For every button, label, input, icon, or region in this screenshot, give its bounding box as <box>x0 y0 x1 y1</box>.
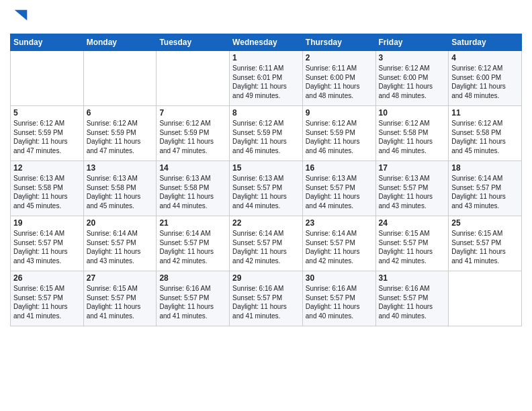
day-cell-7: 5Sunrise: 6:12 AM Sunset: 5:59 PM Daylig… <box>11 106 84 161</box>
day-cell-11: 9Sunrise: 6:12 AM Sunset: 5:59 PM Daylig… <box>302 106 375 161</box>
day-number: 23 <box>306 218 373 228</box>
day-info: Sunrise: 6:12 AM Sunset: 5:58 PM Dayligh… <box>451 119 519 155</box>
day-info: Sunrise: 6:12 AM Sunset: 5:59 PM Dayligh… <box>87 119 154 155</box>
day-number: 12 <box>13 163 81 173</box>
week-row-5: 26Sunrise: 6:15 AM Sunset: 5:57 PM Dayli… <box>11 271 522 326</box>
day-info: Sunrise: 6:13 AM Sunset: 5:57 PM Dayligh… <box>232 174 300 210</box>
day-cell-30: 28Sunrise: 6:16 AM Sunset: 5:57 PM Dayli… <box>157 271 230 326</box>
day-number: 9 <box>306 108 373 118</box>
day-cell-24: 22Sunrise: 6:14 AM Sunset: 5:57 PM Dayli… <box>230 216 303 271</box>
day-info: Sunrise: 6:11 AM Sunset: 6:00 PM Dayligh… <box>306 64 373 100</box>
day-number: 6 <box>87 108 154 118</box>
day-number: 16 <box>306 163 373 173</box>
day-info: Sunrise: 6:13 AM Sunset: 5:57 PM Dayligh… <box>379 174 446 210</box>
day-number: 18 <box>451 163 519 173</box>
day-number: 14 <box>159 163 226 173</box>
day-cell-29: 27Sunrise: 6:15 AM Sunset: 5:57 PM Dayli… <box>83 271 157 326</box>
day-number: 1 <box>232 53 300 62</box>
calendar-table: SundayMondayTuesdayWednesdayThursdayFrid… <box>10 34 522 326</box>
weekday-header-thursday: Thursday <box>302 34 375 51</box>
day-number: 21 <box>159 218 226 228</box>
day-number: 19 <box>13 218 81 228</box>
week-row-2: 5Sunrise: 6:12 AM Sunset: 5:59 PM Daylig… <box>11 106 522 161</box>
weekday-header-sunday: Sunday <box>11 34 84 51</box>
day-info: Sunrise: 6:12 AM Sunset: 5:59 PM Dayligh… <box>306 119 373 155</box>
day-info: Sunrise: 6:13 AM Sunset: 5:57 PM Dayligh… <box>306 174 373 210</box>
day-number: 5 <box>13 108 81 118</box>
day-cell-6: 4Sunrise: 6:12 AM Sunset: 6:00 PM Daylig… <box>449 51 522 106</box>
day-cell-5: 3Sunrise: 6:12 AM Sunset: 6:00 PM Daylig… <box>375 51 449 106</box>
day-cell-4: 2Sunrise: 6:11 AM Sunset: 6:00 PM Daylig… <box>302 51 375 106</box>
day-number: 22 <box>232 218 300 228</box>
weekday-header-monday: Monday <box>83 34 157 51</box>
day-number: 2 <box>306 53 373 62</box>
svg-marker-0 <box>15 10 28 21</box>
day-cell-26: 24Sunrise: 6:15 AM Sunset: 5:57 PM Dayli… <box>375 216 449 271</box>
day-info: Sunrise: 6:14 AM Sunset: 5:57 PM Dayligh… <box>87 229 154 265</box>
day-cell-33: 31Sunrise: 6:16 AM Sunset: 5:57 PM Dayli… <box>375 271 449 326</box>
day-number: 26 <box>13 273 81 283</box>
logo <box>10 7 30 28</box>
day-number: 25 <box>451 218 519 228</box>
day-cell-23: 21Sunrise: 6:14 AM Sunset: 5:57 PM Dayli… <box>157 216 230 271</box>
day-info: Sunrise: 6:16 AM Sunset: 5:57 PM Dayligh… <box>159 284 226 320</box>
day-number: 3 <box>379 53 446 62</box>
day-info: Sunrise: 6:13 AM Sunset: 5:58 PM Dayligh… <box>13 174 81 210</box>
day-info: Sunrise: 6:12 AM Sunset: 5:59 PM Dayligh… <box>13 119 81 155</box>
day-info: Sunrise: 6:12 AM Sunset: 6:00 PM Dayligh… <box>379 64 446 100</box>
day-info: Sunrise: 6:12 AM Sunset: 5:59 PM Dayligh… <box>159 119 226 155</box>
day-cell-2 <box>157 51 230 106</box>
day-cell-28: 26Sunrise: 6:15 AM Sunset: 5:57 PM Dayli… <box>11 271 84 326</box>
week-row-3: 12Sunrise: 6:13 AM Sunset: 5:58 PM Dayli… <box>11 161 522 216</box>
day-number: 30 <box>306 273 373 283</box>
day-cell-12: 10Sunrise: 6:12 AM Sunset: 5:58 PM Dayli… <box>375 106 449 161</box>
day-number: 29 <box>232 273 300 283</box>
day-info: Sunrise: 6:16 AM Sunset: 5:57 PM Dayligh… <box>379 284 446 320</box>
logo-icon <box>11 7 30 26</box>
day-info: Sunrise: 6:15 AM Sunset: 5:57 PM Dayligh… <box>13 284 81 320</box>
day-cell-32: 30Sunrise: 6:16 AM Sunset: 5:57 PM Dayli… <box>302 271 375 326</box>
day-cell-17: 15Sunrise: 6:13 AM Sunset: 5:57 PM Dayli… <box>230 161 303 216</box>
day-number: 8 <box>232 108 300 118</box>
day-info: Sunrise: 6:16 AM Sunset: 5:57 PM Dayligh… <box>232 284 300 320</box>
weekday-header-tuesday: Tuesday <box>157 34 230 51</box>
day-cell-14: 12Sunrise: 6:13 AM Sunset: 5:58 PM Dayli… <box>11 161 84 216</box>
day-cell-18: 16Sunrise: 6:13 AM Sunset: 5:57 PM Dayli… <box>302 161 375 216</box>
day-info: Sunrise: 6:15 AM Sunset: 5:57 PM Dayligh… <box>379 229 446 265</box>
day-number: 20 <box>87 218 154 228</box>
day-info: Sunrise: 6:15 AM Sunset: 5:57 PM Dayligh… <box>451 229 519 265</box>
day-cell-34 <box>449 271 522 326</box>
day-info: Sunrise: 6:14 AM Sunset: 5:57 PM Dayligh… <box>159 229 226 265</box>
day-info: Sunrise: 6:12 AM Sunset: 5:59 PM Dayligh… <box>232 119 300 155</box>
day-info: Sunrise: 6:14 AM Sunset: 5:57 PM Dayligh… <box>13 229 81 265</box>
day-number: 7 <box>159 108 226 118</box>
day-cell-21: 19Sunrise: 6:14 AM Sunset: 5:57 PM Dayli… <box>11 216 84 271</box>
day-info: Sunrise: 6:13 AM Sunset: 5:58 PM Dayligh… <box>159 174 226 210</box>
day-number: 10 <box>379 108 446 118</box>
day-info: Sunrise: 6:11 AM Sunset: 6:01 PM Dayligh… <box>232 64 300 100</box>
day-info: Sunrise: 6:14 AM Sunset: 5:57 PM Dayligh… <box>306 229 373 265</box>
day-info: Sunrise: 6:15 AM Sunset: 5:57 PM Dayligh… <box>87 284 154 320</box>
day-info: Sunrise: 6:13 AM Sunset: 5:58 PM Dayligh… <box>87 174 154 210</box>
day-cell-16: 14Sunrise: 6:13 AM Sunset: 5:58 PM Dayli… <box>157 161 230 216</box>
header <box>10 7 522 28</box>
week-row-1: 1Sunrise: 6:11 AM Sunset: 6:01 PM Daylig… <box>11 51 522 106</box>
day-info: Sunrise: 6:14 AM Sunset: 5:57 PM Dayligh… <box>232 229 300 265</box>
day-info: Sunrise: 6:12 AM Sunset: 6:00 PM Dayligh… <box>451 64 519 100</box>
day-number: 28 <box>159 273 226 283</box>
day-cell-9: 7Sunrise: 6:12 AM Sunset: 5:59 PM Daylig… <box>157 106 230 161</box>
calendar-container: SundayMondayTuesdayWednesdayThursdayFrid… <box>0 0 532 333</box>
weekday-header-wednesday: Wednesday <box>230 34 303 51</box>
day-cell-10: 8Sunrise: 6:12 AM Sunset: 5:59 PM Daylig… <box>230 106 303 161</box>
day-number: 13 <box>87 163 154 173</box>
weekday-header-saturday: Saturday <box>449 34 522 51</box>
day-cell-22: 20Sunrise: 6:14 AM Sunset: 5:57 PM Dayli… <box>83 216 157 271</box>
day-info: Sunrise: 6:16 AM Sunset: 5:57 PM Dayligh… <box>306 284 373 320</box>
day-number: 31 <box>379 273 446 283</box>
day-number: 24 <box>379 218 446 228</box>
weekday-header-row: SundayMondayTuesdayWednesdayThursdayFrid… <box>11 34 522 51</box>
weekday-header-friday: Friday <box>375 34 449 51</box>
day-number: 27 <box>87 273 154 283</box>
week-row-4: 19Sunrise: 6:14 AM Sunset: 5:57 PM Dayli… <box>11 216 522 271</box>
day-number: 4 <box>451 53 519 62</box>
